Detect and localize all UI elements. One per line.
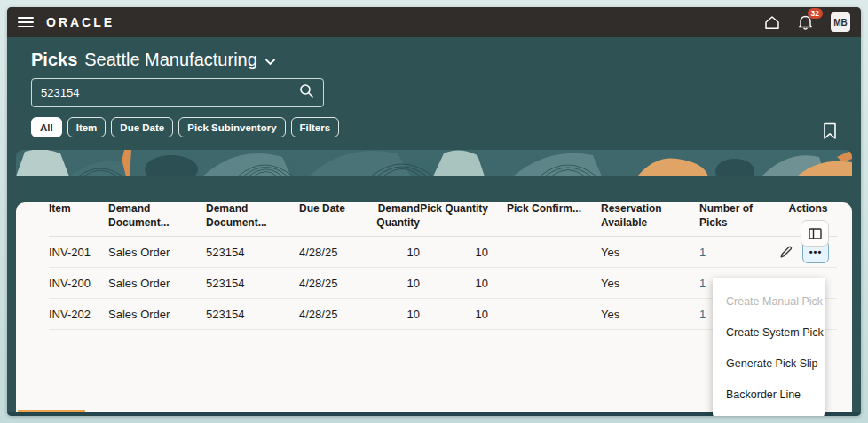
number-of-picks-link[interactable]: 1 (699, 277, 706, 290)
cell-demand-doc-type: Sales Order (108, 246, 206, 259)
col-header-pick-confirm[interactable]: Pick Confirm... (488, 202, 581, 230)
cell-item: INV-201 (49, 246, 108, 259)
table-header-row: Item Demand Document... Demand Document.… (49, 202, 837, 237)
col-header-demand-document-type[interactable]: Demand Document... (108, 202, 206, 230)
number-of-picks-link[interactable]: 1 (699, 308, 706, 321)
filter-chip-all[interactable]: All (31, 117, 62, 137)
cell-due-date: 4/28/25 (299, 308, 373, 321)
notifications-bell-icon[interactable]: 32 (798, 14, 813, 30)
filter-chip-filters[interactable]: Filters (291, 117, 340, 137)
filter-chip-item[interactable]: Item (67, 117, 107, 137)
app-window: ORACLE 32 MB Picks Seattle Manufacturing (7, 7, 861, 416)
number-of-picks-link[interactable]: 1 (699, 246, 706, 259)
active-tab-indicator (18, 410, 85, 412)
cell-pick-qty: 10 (420, 308, 488, 321)
col-header-due-date[interactable]: Due Date (299, 202, 373, 230)
cell-reservation-available: Yes (581, 277, 695, 290)
menu-item-backorder-line[interactable]: Backorder Line (713, 379, 825, 410)
search-field-container (31, 78, 324, 107)
oracle-logo: ORACLE (46, 15, 114, 29)
cell-demand-doc-type: Sales Order (108, 308, 206, 321)
table-row[interactable]: INV-201 Sales Order 523154 4/28/25 10 10… (49, 237, 837, 268)
menu-item-create-manual-pick: Create Manual Pick (713, 286, 825, 317)
search-input[interactable] (41, 86, 299, 99)
cell-demand-doc-number: 523154 (206, 277, 299, 290)
cell-pick-qty: 10 (420, 246, 488, 259)
cell-demand-doc-type: Sales Order (108, 277, 206, 290)
page-title: Picks (31, 50, 77, 70)
col-header-number-of-picks[interactable]: Number of Picks (695, 202, 779, 230)
notification-count-badge: 32 (808, 8, 823, 19)
hamburger-menu-icon[interactable] (18, 17, 34, 27)
menu-item-create-system-pick[interactable]: Create System Pick (713, 317, 825, 348)
filter-chip-due-date[interactable]: Due Date (111, 117, 173, 137)
edit-pencil-icon[interactable] (779, 245, 793, 259)
cell-demand-qty: 10 (373, 308, 420, 321)
cell-demand-doc-number: 523154 (206, 308, 299, 321)
col-header-item[interactable]: Item (49, 202, 108, 230)
col-header-demand-quantity[interactable]: Demand Quantity (373, 202, 420, 230)
col-header-pick-quantity[interactable]: Pick Quantity (420, 202, 488, 230)
home-icon[interactable] (764, 15, 780, 30)
cell-item: INV-202 (49, 308, 108, 321)
col-header-demand-document-number[interactable]: Demand Document... (206, 202, 299, 230)
cell-item: INV-200 (49, 277, 108, 290)
filter-chips-row: All Item Due Date Pick Subinventory Filt… (31, 117, 852, 137)
search-icon[interactable] (299, 83, 314, 102)
col-header-reservation-available[interactable]: Reservation Available (581, 202, 695, 230)
menu-item-generate-pick-slip[interactable]: Generate Pick Slip (713, 348, 825, 379)
cell-due-date: 4/28/25 (299, 246, 373, 259)
cell-reservation-available: Yes (581, 308, 695, 321)
decorative-pattern-band (16, 150, 852, 176)
cell-due-date: 4/28/25 (299, 277, 373, 290)
manage-columns-icon[interactable] (801, 220, 829, 247)
global-header: ORACLE 32 MB (7, 7, 861, 37)
cell-reservation-available: Yes (581, 246, 695, 259)
org-context-selector[interactable]: Seattle Manufacturing (84, 50, 257, 70)
cell-demand-doc-number: 523154 (206, 246, 299, 259)
chevron-down-icon[interactable] (264, 53, 276, 69)
cell-demand-qty: 10 (373, 277, 420, 290)
cell-pick-qty: 10 (420, 277, 488, 290)
user-avatar[interactable]: MB (831, 12, 850, 32)
bookmark-icon[interactable] (823, 122, 837, 144)
filter-chip-pick-subinventory[interactable]: Pick Subinventory (178, 117, 285, 137)
cell-demand-qty: 10 (373, 246, 420, 259)
row-actions-dropdown-menu: Create Manual Pick Create System Pick Ge… (713, 278, 825, 416)
